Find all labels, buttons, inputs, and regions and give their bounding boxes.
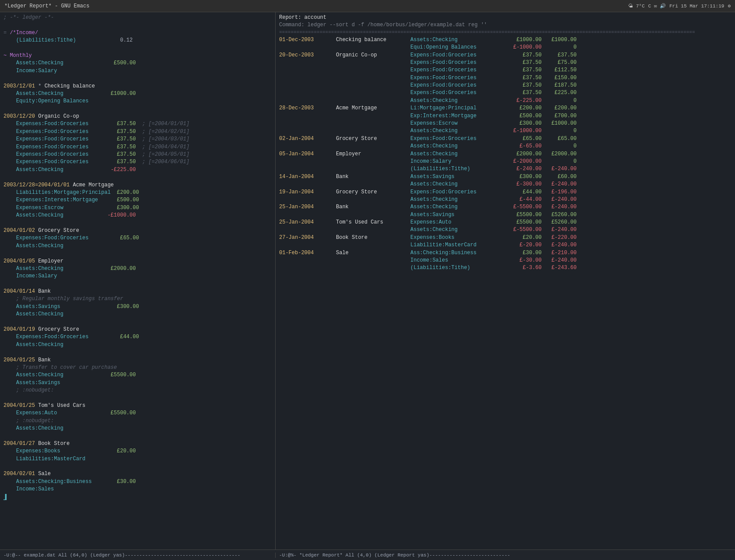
clock-display: Fri 15 Mar 17:11:19 — [669, 4, 724, 9]
tx-20031228-a3: Expenses:Escrow £300.00 — [4, 204, 272, 212]
tx-20031201-a2: Equity:Opening Balances — [4, 98, 272, 105]
tx-row-12: Expenses:Escrow £300.00 £1000.00 — [279, 120, 732, 127]
status-right: -U:@%- *Ledger Report* All (4,0) (Ledger… — [276, 553, 735, 558]
tx-row-22: Assets:Checking £-44.00 £-240.00 — [279, 196, 732, 203]
tx-row-1: 01-Dec-2003 Checking balance Assets:Chec… — [279, 36, 732, 44]
ledger-header-comment: ; -*- ledger -*- — [4, 14, 272, 21]
weather-display: 🌤 7°C — [628, 3, 644, 9]
tx-20031201-a1: Assets:Checking £1000.00 — [4, 90, 272, 98]
tithe-rule: (Liabilities:Tithe) 0.12 — [4, 37, 272, 44]
tx-row-31: (Liabilities:Tithe) £-3.60 £-243.60 — [279, 264, 732, 272]
tx-row-26: Assets:Checking £-5500.00 £-240.00 — [279, 226, 732, 234]
tx-row-4: Expens:Food:Groceries £37.50 £75.00 — [279, 59, 732, 66]
tx-row-27: 27-Jan-2004 Book Store Expenses:Books £2… — [279, 234, 732, 242]
left-pane[interactable]: ; -*- ledger -*- = /*Income/ (Liabilitie… — [0, 12, 276, 550]
tx-row-11: Exp:Interest:Mortgage £500.00 £700.00 — [279, 112, 732, 120]
tx-20031220-a3: Expenses:Food:Groceries £37.50 ; [=2004/… — [4, 136, 272, 143]
tx-row-29: 01-Feb-2004 Sale Ass:Checking:Business £… — [279, 249, 732, 257]
tx-row-23: 25-Jan-2004 Bank Assets:Checking £-5500.… — [279, 203, 732, 211]
tx-20040119-a1: Expenses:Food:Groceries £44.00 — [4, 333, 272, 341]
tx-20040127-head: 2004/01/27 Book Store — [4, 440, 272, 448]
tx-row-15: Assets:Checking £-65.00 0 — [279, 143, 732, 150]
cursor-line: ▌ — [4, 494, 272, 501]
tx-20031228-a4: Assets:Checking -£1000.00 — [4, 212, 272, 219]
tx-20040102-a2: Assets:Checking — [4, 242, 272, 250]
tx-20040125bank-head: 2004/01/25 Bank — [4, 357, 272, 364]
tx-20040201-a1: Assets:Checking:Business £30.00 — [4, 478, 272, 486]
tx-20031228-a1: Liabilities:Mortgage:Principal £200.00 — [4, 189, 272, 196]
tx-20040125bank-a2: Assets:Savings — [4, 379, 272, 387]
blank6 — [4, 220, 272, 227]
tx-row-9: Assets:Checking £-225.00 0 — [279, 97, 732, 105]
titlebar: *Ledger Report* - GNU Emacs 🌤 7°C C ✉ 🔊 … — [0, 0, 735, 12]
tx-row-13: Assets:Checking £-1000.00 0 — [279, 127, 732, 135]
tx-row-7: Expens:Food:Groceries £37.50 £187.50 — [279, 82, 732, 89]
tx-20040119-head: 2004/01/19 Grocery Store — [4, 326, 272, 333]
tx-20031220-a5: Expenses:Food:Groceries £37.50 ; [=2004/… — [4, 151, 272, 158]
tx-20031220-a4: Expenses:Food:Groceries £37.50 ; [=2004/… — [4, 144, 272, 151]
tx-row-25: 25-Jan-2004 Tom's Used Cars Expenses:Aut… — [279, 219, 732, 226]
income-rule: = /*Income/ — [4, 29, 272, 37]
right-pane[interactable]: Report: account Command: ledger --sort d… — [276, 12, 735, 550]
tx-20040125cars-nobudget: ; :nobudget: — [4, 417, 272, 425]
blank9 — [4, 318, 272, 326]
tx-20031228-a2: Expenses:Interest:Mortgage £500.00 — [4, 196, 272, 204]
tx-20040125bank-a1: Assets:Checking £5500.00 — [4, 371, 272, 379]
tx-20040105-a2: Income:Salary — [4, 273, 272, 280]
monthly-checking: Assets:Checking £500.00 — [4, 60, 272, 67]
tx-20040114-a1: Assets:Savings £300.00 — [4, 303, 272, 311]
tx-row-21: 19-Jan-2004 Grocery Store Expens:Food:Gr… — [279, 189, 732, 196]
tx-20031220-a1: Expenses:Food:Groceries £37.50 ; [=2004/… — [4, 120, 272, 128]
blank — [4, 21, 272, 29]
titlebar-right: 🌤 7°C C ✉ 🔊 Fri 15 Mar 17:11:19 ⚙ — [628, 3, 731, 9]
tx-20040102-a1: Expenses:Food:Groceries £65.00 — [4, 234, 272, 242]
settings-icon[interactable]: ⚙ — [728, 3, 731, 9]
blank8 — [4, 280, 272, 288]
monthly-salary: Income:Salary — [4, 67, 272, 75]
tx-20040127-a2: Liabilities:MasterCard — [4, 455, 272, 463]
tx-row-8: Expens:Food:Groceries £37.50 £225.00 — [279, 89, 732, 97]
tx-20031228-head: 2003/12/28=2004/01/01 Acme Mortgage — [4, 182, 272, 189]
report-label: Report: account — [279, 14, 732, 21]
tx-row-10: 28-Dec-2003 Acme Mortgage Li:Mortgage:Pr… — [279, 105, 732, 112]
blank7 — [4, 250, 272, 257]
tx-row-18: (Liabilities:Tithe) £-240.00 £-240.00 — [279, 165, 732, 173]
tx-20031220-a2: Expenses:Food:Groceries £37.50 ; [=2004/… — [4, 128, 272, 136]
tx-20040125cars-a1: Expenses:Auto £5500.00 — [4, 410, 272, 417]
tx-row-16: 05-Jan-2004 Employer Assets:Checking £20… — [279, 150, 732, 158]
report-command: Command: ledger --sort d -f /home/borbus… — [279, 21, 732, 29]
system-icons: C ✉ 🔊 — [648, 3, 666, 9]
tx-20040105-a1: Assets:Checking £2000.00 — [4, 265, 272, 273]
tx-20040114-head: 2004/01/14 Bank — [4, 288, 272, 295]
tx-row-5: Expens:Food:Groceries £37.50 £112.50 — [279, 66, 732, 74]
tx-20031201-head: 2003/12/01 * Checking balance — [4, 83, 272, 90]
tx-20040127-a1: Expenses:Books £20.00 — [4, 448, 272, 455]
tx-row-30: Income:Sales £-30.00 £-240.00 — [279, 257, 732, 264]
tx-20040125bank-nobudget: ; :nobudget: — [4, 387, 272, 394]
tx-row-14: 02-Jan-2004 Grocery Store Expens:Food:Gr… — [279, 135, 732, 143]
tx-20040201-head: 2004/02/01 Sale — [4, 470, 272, 478]
tx-row-6: Expens:Food:Groceries £37.50 £150.00 — [279, 74, 732, 82]
tx-20040125cars-head: 2004/01/25 Tom's Used Cars — [4, 402, 272, 410]
tx-row-3: 20-Dec-2003 Organic Co-op Expens:Food:Gr… — [279, 52, 732, 59]
tx-20031220-a6: Expenses:Food:Groceries £37.50 ; [=2004/… — [4, 158, 272, 166]
tx-20040201-a2: Income:Sales — [4, 486, 272, 493]
tx-20040114-a2: Assets:Checking — [4, 311, 272, 318]
titlebar-title: *Ledger Report* - GNU Emacs — [4, 3, 89, 9]
status-left: -U:@-- example.dat All (64,0) (Ledger ya… — [0, 553, 276, 558]
blank10 — [4, 349, 272, 356]
tx-row-2: Equi:Opening Balances £-1000.00 0 — [279, 44, 732, 51]
monthly-periodic: ~ Monthly — [4, 52, 272, 60]
tx-20031220-a7: Assets:Checking -£225.00 — [4, 166, 272, 174]
blank3 — [4, 75, 272, 82]
blank4 — [4, 105, 272, 113]
tx-20040125bank-comment: ; Transfer to cover car purchase — [4, 364, 272, 371]
tx-row-24: Assets:Savings £5500.00 £5260.00 — [279, 211, 732, 219]
tx-row-28: Liabilitie:MasterCard £-20.00 £-240.00 — [279, 242, 732, 249]
tx-row-17: Income:Salary £-2000.00 0 — [279, 158, 732, 165]
main-area: ; -*- ledger -*- = /*Income/ (Liabilitie… — [0, 12, 735, 550]
tx-20040102-head: 2004/01/02 Grocery Store — [4, 227, 272, 234]
blank2 — [4, 45, 272, 52]
tx-row-19: 14-Jan-2004 Bank Assets:Savings £300.00 … — [279, 173, 732, 181]
blank12 — [4, 432, 272, 440]
